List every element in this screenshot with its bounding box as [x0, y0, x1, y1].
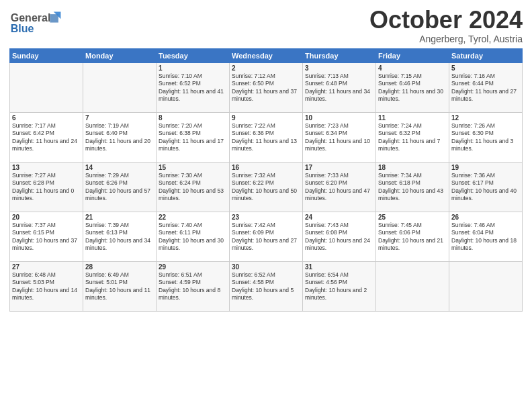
day-info-line: Sunrise: 6:51 AM	[159, 271, 227, 279]
day-info-line: Sunrise: 7:16 AM	[451, 73, 520, 80]
day-content: Sunrise: 7:45 AMSunset: 6:06 PMDaylight:…	[378, 222, 447, 253]
col-header-wednesday: Wednesday	[230, 48, 303, 62]
day-number: 28	[85, 263, 154, 271]
day-info-line: Sunrise: 6:48 AM	[12, 271, 81, 279]
day-number: 30	[232, 263, 300, 271]
day-info-line: Sunset: 6:48 PM	[305, 80, 373, 87]
day-cell: 5Sunrise: 7:16 AMSunset: 6:44 PMDaylight…	[449, 62, 523, 112]
day-number: 16	[232, 164, 300, 171]
day-content: Sunrise: 7:46 AMSunset: 6:04 PMDaylight:…	[451, 222, 520, 253]
day-info-line: Daylight: 10 hours and 47 minutes.	[305, 187, 373, 203]
day-content: Sunrise: 7:24 AMSunset: 6:32 PMDaylight:…	[378, 122, 447, 153]
day-info-line: Sunrise: 7:23 AM	[305, 122, 373, 130]
day-info-line: Sunrise: 7:34 AM	[378, 172, 447, 179]
day-content: Sunrise: 6:51 AMSunset: 4:59 PMDaylight:…	[159, 271, 227, 302]
day-number: 31	[305, 263, 373, 271]
logo-svg: General Blue	[9, 9, 63, 36]
day-info-line: Sunrise: 7:29 AM	[85, 172, 154, 179]
col-header-saturday: Saturday	[449, 48, 523, 62]
week-row-1: 1Sunrise: 7:10 AMSunset: 6:52 PMDaylight…	[10, 62, 523, 112]
day-info-line: Sunset: 6:11 PM	[159, 229, 227, 236]
day-info-line: Daylight: 11 hours and 41 minutes.	[159, 88, 227, 103]
day-info-line: Daylight: 11 hours and 7 minutes.	[378, 138, 447, 153]
day-content: Sunrise: 7:26 AMSunset: 6:30 PMDaylight:…	[451, 122, 520, 153]
calendar-table: SundayMondayTuesdayWednesdayThursdayFrid…	[9, 48, 523, 312]
day-cell: 6Sunrise: 7:17 AMSunset: 6:42 PMDaylight…	[10, 112, 83, 162]
col-header-thursday: Thursday	[303, 48, 376, 62]
day-info-line: Daylight: 10 hours and 34 minutes.	[85, 237, 154, 253]
day-cell: 10Sunrise: 7:23 AMSunset: 6:34 PMDayligh…	[303, 112, 376, 162]
day-number: 11	[378, 114, 447, 122]
day-info-line: Sunset: 6:15 PM	[12, 229, 81, 236]
day-cell: 16Sunrise: 7:32 AMSunset: 6:22 PMDayligh…	[230, 162, 303, 212]
day-number: 17	[305, 164, 373, 171]
day-cell: 2Sunrise: 7:12 AMSunset: 6:50 PMDaylight…	[230, 62, 303, 112]
day-info-line: Sunset: 6:38 PM	[159, 130, 227, 137]
col-header-tuesday: Tuesday	[157, 48, 230, 62]
day-info-line: Sunrise: 7:17 AM	[12, 122, 81, 130]
day-info-line: Sunset: 6:50 PM	[232, 80, 300, 87]
day-content: Sunrise: 7:10 AMSunset: 6:52 PMDaylight:…	[159, 73, 227, 103]
day-number: 29	[159, 263, 227, 271]
day-content: Sunrise: 6:48 AMSunset: 5:03 PMDaylight:…	[12, 271, 81, 302]
day-info-line: Sunrise: 7:46 AM	[451, 222, 520, 229]
day-content: Sunrise: 7:33 AMSunset: 6:20 PMDaylight:…	[305, 172, 373, 203]
day-cell: 13Sunrise: 7:27 AMSunset: 6:28 PMDayligh…	[10, 162, 83, 212]
day-cell: 30Sunrise: 6:52 AMSunset: 4:58 PMDayligh…	[230, 261, 303, 311]
day-cell: 31Sunrise: 6:54 AMSunset: 4:56 PMDayligh…	[303, 261, 376, 311]
day-info-line: Sunset: 6:46 PM	[378, 80, 447, 87]
svg-marker-2	[50, 14, 58, 22]
day-info-line: Sunset: 6:08 PM	[305, 229, 373, 236]
day-cell: 15Sunrise: 7:30 AMSunset: 6:24 PMDayligh…	[157, 162, 230, 212]
day-cell: 21Sunrise: 7:39 AMSunset: 6:13 PMDayligh…	[83, 212, 157, 261]
day-number: 8	[159, 114, 227, 122]
day-info-line: Sunset: 4:56 PM	[305, 279, 373, 286]
day-number: 26	[451, 214, 520, 221]
day-info-line: Sunset: 6:06 PM	[378, 229, 447, 236]
day-cell: 11Sunrise: 7:24 AMSunset: 6:32 PMDayligh…	[376, 112, 449, 162]
day-cell	[10, 62, 83, 112]
day-info-line: Sunrise: 7:19 AM	[85, 122, 154, 130]
day-content: Sunrise: 7:16 AMSunset: 6:44 PMDaylight:…	[451, 73, 520, 103]
day-content: Sunrise: 7:13 AMSunset: 6:48 PMDaylight:…	[305, 73, 373, 103]
day-info-line: Daylight: 10 hours and 43 minutes.	[378, 187, 447, 203]
day-cell: 19Sunrise: 7:36 AMSunset: 6:17 PMDayligh…	[449, 162, 523, 212]
day-info-line: Sunrise: 6:49 AM	[85, 271, 154, 279]
day-content: Sunrise: 7:15 AMSunset: 6:46 PMDaylight:…	[378, 73, 447, 103]
header-row: SundayMondayTuesdayWednesdayThursdayFrid…	[10, 48, 523, 62]
day-info-line: Daylight: 10 hours and 5 minutes.	[232, 287, 300, 302]
day-cell: 20Sunrise: 7:37 AMSunset: 6:15 PMDayligh…	[10, 212, 83, 261]
day-number: 3	[305, 64, 373, 72]
day-number: 25	[378, 214, 447, 221]
day-info-line: Sunset: 6:04 PM	[451, 229, 520, 236]
day-info-line: Daylight: 10 hours and 57 minutes.	[85, 187, 154, 203]
day-content: Sunrise: 7:22 AMSunset: 6:36 PMDaylight:…	[232, 122, 300, 153]
day-info-line: Sunrise: 6:52 AM	[232, 271, 300, 279]
day-cell: 4Sunrise: 7:15 AMSunset: 6:46 PMDaylight…	[376, 62, 449, 112]
day-info-line: Sunrise: 7:42 AM	[232, 222, 300, 229]
day-content: Sunrise: 7:34 AMSunset: 6:18 PMDaylight:…	[378, 172, 447, 203]
day-info-line: Daylight: 10 hours and 8 minutes.	[159, 287, 227, 302]
week-row-5: 27Sunrise: 6:48 AMSunset: 5:03 PMDayligh…	[10, 261, 523, 311]
day-info-line: Sunrise: 7:24 AM	[378, 122, 447, 130]
day-info-line: Daylight: 10 hours and 24 minutes.	[305, 237, 373, 253]
day-info-line: Daylight: 11 hours and 3 minutes.	[451, 138, 520, 153]
day-info-line: Sunrise: 7:27 AM	[12, 172, 81, 179]
day-content: Sunrise: 7:23 AMSunset: 6:34 PMDaylight:…	[305, 122, 373, 153]
day-number: 22	[159, 214, 227, 221]
day-info-line: Daylight: 11 hours and 30 minutes.	[378, 88, 447, 103]
day-cell: 9Sunrise: 7:22 AMSunset: 6:36 PMDaylight…	[230, 112, 303, 162]
day-content: Sunrise: 7:39 AMSunset: 6:13 PMDaylight:…	[85, 222, 154, 253]
day-number: 19	[451, 164, 520, 171]
day-info-line: Sunrise: 7:10 AM	[159, 73, 227, 80]
day-content: Sunrise: 6:52 AMSunset: 4:58 PMDaylight:…	[232, 271, 300, 302]
day-info-line: Sunset: 6:09 PM	[232, 229, 300, 236]
day-cell: 8Sunrise: 7:20 AMSunset: 6:38 PMDaylight…	[157, 112, 230, 162]
day-cell: 3Sunrise: 7:13 AMSunset: 6:48 PMDaylight…	[303, 62, 376, 112]
day-info-line: Sunrise: 7:39 AM	[85, 222, 154, 229]
day-cell	[376, 261, 449, 311]
day-info-line: Daylight: 10 hours and 21 minutes.	[378, 237, 447, 253]
day-number: 6	[12, 114, 81, 122]
day-info-line: Sunset: 6:20 PM	[305, 179, 373, 187]
day-info-line: Sunset: 6:24 PM	[159, 179, 227, 187]
